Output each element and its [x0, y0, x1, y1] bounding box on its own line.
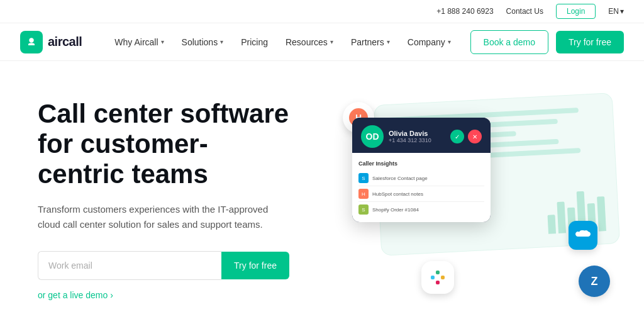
hubspot-label: HubSpot contact notes [372, 191, 423, 197]
topbar-login-button[interactable]: Login [556, 4, 596, 19]
shopify-icon: S [358, 204, 369, 215]
svg-rect-3 [436, 271, 440, 274]
caller-info: Olivia Davis +1 434 312 3310 [389, 130, 445, 143]
nav-partners[interactable]: Partners ▾ [343, 32, 397, 52]
main-app-card: OD Olivia Davis +1 434 312 3310 ✓ ✕ Call… [352, 118, 491, 222]
book-demo-button[interactable]: Book a demo [470, 30, 549, 54]
svg-text:Z: Z [591, 275, 598, 288]
card-header: OD Olivia Davis +1 434 312 3310 ✓ ✕ [352, 118, 491, 153]
logo-icon [20, 31, 43, 53]
nav-why-aircall[interactable]: Why Aircall ▾ [107, 32, 171, 52]
nav-ctas: Book a demo Try for free [470, 30, 624, 54]
chevron-down-icon: ▾ [161, 38, 164, 45]
logo-text: aircall [48, 35, 82, 49]
salesforce-row: S Salesforce Contact page [358, 171, 484, 186]
zendesk-float-icon: Z [579, 266, 610, 297]
hubspot-row-icon: H [358, 189, 369, 199]
caller-name: Olivia Davis [389, 130, 445, 137]
product-illustration: H OD Olivia Davis +1 434 312 3310 ✓ ✕ [340, 99, 616, 300]
svg-rect-5 [436, 281, 440, 284]
svg-rect-4 [441, 276, 445, 279]
try-free-button[interactable]: Try for free [556, 31, 624, 53]
topbar-contact[interactable]: Contact Us [506, 7, 543, 16]
nav-resources[interactable]: Resources ▾ [278, 32, 341, 52]
chevron-down-icon: ▾ [620, 7, 624, 16]
slack-float-icon [421, 261, 454, 294]
caller-number: +1 434 312 3310 [389, 137, 445, 143]
chevron-down-icon: ▾ [220, 38, 223, 45]
hubspot-row: H HubSpot contact notes [358, 186, 484, 202]
arrow-right-icon: › [110, 290, 113, 300]
card-body: Caller Insights S Salesforce Contact pag… [352, 153, 491, 222]
hero-form: Try for free [38, 251, 289, 280]
topbar: +1 888 240 6923 Contact Us Login EN ▾ [0, 0, 644, 23]
caller-insights-label: Caller Insights [358, 158, 484, 171]
nav-pricing[interactable]: Pricing [233, 32, 275, 52]
shopify-row: S Shopify Order #1084 [358, 202, 484, 217]
logo[interactable]: aircall [20, 31, 82, 53]
hero-left: Call center software for customer-centri… [38, 99, 340, 301]
avatar: OD [361, 125, 384, 148]
hero-cta-button[interactable]: Try for free [221, 252, 289, 279]
shopify-label: Shopify Order #1084 [372, 207, 419, 213]
hero-illustration: H OD Olivia Davis +1 434 312 3310 ✓ ✕ [340, 86, 616, 313]
hero-subtitle: Transform customers experiences with the… [38, 202, 277, 232]
hero-section: Call center software for customer-centri… [0, 61, 644, 319]
salesforce-label: Salesforce Contact page [372, 176, 428, 181]
chevron-down-icon: ▾ [448, 38, 451, 45]
accept-call-button[interactable]: ✓ [450, 130, 464, 143]
call-actions: ✓ ✕ [450, 130, 482, 143]
email-input[interactable] [38, 251, 221, 280]
topbar-phone: +1 888 240 6923 [436, 7, 493, 16]
navbar: aircall Why Aircall ▾ Solutions ▾ Pricin… [0, 23, 644, 61]
nav-company[interactable]: Company ▾ [400, 32, 458, 52]
decline-call-button[interactable]: ✕ [468, 130, 482, 143]
hero-title: Call center software for customer-centri… [38, 99, 289, 190]
nav-links: Why Aircall ▾ Solutions ▾ Pricing Resour… [107, 32, 470, 52]
chevron-down-icon: ▾ [387, 38, 390, 45]
chevron-down-icon: ▾ [330, 38, 333, 45]
salesforce-float-icon [569, 221, 597, 250]
topbar-lang[interactable]: EN ▾ [608, 7, 624, 16]
salesforce-icon: S [358, 173, 369, 183]
svg-rect-2 [431, 276, 435, 279]
nav-solutions[interactable]: Solutions ▾ [174, 32, 231, 52]
hero-demo-link[interactable]: or get a live demo › [38, 290, 340, 300]
